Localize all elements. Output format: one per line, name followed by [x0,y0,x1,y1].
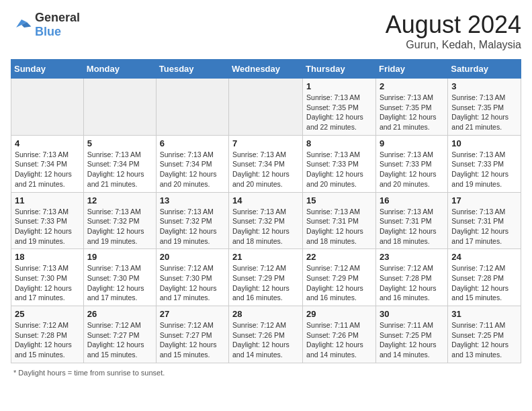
day-cell: 11Sunrise: 7:13 AMSunset: 7:33 PMDayligh… [11,192,84,249]
day-number: 24 [451,252,517,262]
day-info: Sunrise: 7:12 AMSunset: 7:28 PMDaylight:… [15,320,80,360]
day-info: Sunrise: 7:13 AMSunset: 7:35 PMDaylight:… [380,93,444,132]
day-number: 15 [306,195,372,205]
week-row-3: 11Sunrise: 7:13 AMSunset: 7:33 PMDayligh… [11,192,521,249]
day-number: 31 [451,309,517,319]
day-info: Sunrise: 7:13 AMSunset: 7:33 PMDaylight:… [306,150,372,189]
day-number: 13 [160,195,225,205]
day-number: 4 [15,138,80,148]
day-info: Sunrise: 7:12 AMSunset: 7:27 PMDaylight:… [87,320,152,360]
day-cell: 12Sunrise: 7:13 AMSunset: 7:32 PMDayligh… [83,192,156,249]
day-cell: 13Sunrise: 7:13 AMSunset: 7:32 PMDayligh… [156,192,228,249]
day-cell: 2Sunrise: 7:13 AMSunset: 7:35 PMDaylight… [375,79,447,136]
weekday-header-row: SundayMondayTuesdayWednesdayThursdayFrid… [11,60,521,79]
day-cell: 28Sunrise: 7:12 AMSunset: 7:26 PMDayligh… [229,306,303,363]
day-info: Sunrise: 7:13 AMSunset: 7:34 PMDaylight:… [160,150,225,189]
logo-text: General Blue [35,11,80,39]
day-cell: 4Sunrise: 7:13 AMSunset: 7:34 PMDaylight… [11,135,84,192]
weekday-header-saturday: Saturday [448,60,521,79]
weekday-header-friday: Friday [375,60,447,79]
day-info: Sunrise: 7:13 AMSunset: 7:33 PMDaylight:… [15,207,80,246]
day-info: Sunrise: 7:11 AMSunset: 7:25 PMDaylight:… [451,320,517,360]
day-info: Sunrise: 7:13 AMSunset: 7:33 PMDaylight:… [451,150,517,189]
day-info: Sunrise: 7:12 AMSunset: 7:29 PMDaylight:… [232,263,299,303]
day-number: 11 [15,195,80,205]
day-number: 17 [451,195,517,205]
day-cell: 1Sunrise: 7:13 AMSunset: 7:35 PMDaylight… [303,79,376,136]
logo: General Blue [11,11,80,39]
day-cell: 14Sunrise: 7:13 AMSunset: 7:32 PMDayligh… [229,192,303,249]
day-cell: 10Sunrise: 7:13 AMSunset: 7:33 PMDayligh… [448,135,521,192]
day-info: Sunrise: 7:13 AMSunset: 7:31 PMDaylight:… [380,207,444,246]
day-cell: 23Sunrise: 7:12 AMSunset: 7:28 PMDayligh… [375,249,447,306]
day-cell: 9Sunrise: 7:13 AMSunset: 7:33 PMDaylight… [375,135,447,192]
day-cell: 8Sunrise: 7:13 AMSunset: 7:33 PMDaylight… [303,135,376,192]
day-number: 27 [160,309,225,319]
day-number: 26 [87,309,152,319]
day-number: 22 [306,252,372,262]
day-number: 6 [160,138,225,148]
day-number: 25 [15,309,80,319]
weekday-header-thursday: Thursday [303,60,376,79]
weekday-header-wednesday: Wednesday [229,60,303,79]
day-info: Sunrise: 7:13 AMSunset: 7:30 PMDaylight:… [15,263,80,303]
day-cell: 24Sunrise: 7:12 AMSunset: 7:28 PMDayligh… [448,249,521,306]
day-info: Sunrise: 7:13 AMSunset: 7:31 PMDaylight:… [306,207,372,246]
day-cell: 5Sunrise: 7:13 AMSunset: 7:34 PMDaylight… [83,135,156,192]
day-number: 5 [87,138,152,148]
day-cell: 27Sunrise: 7:12 AMSunset: 7:27 PMDayligh… [156,306,228,363]
day-number: 28 [232,309,299,319]
day-info: Sunrise: 7:12 AMSunset: 7:26 PMDaylight:… [232,320,299,360]
day-info: Sunrise: 7:13 AMSunset: 7:31 PMDaylight:… [451,207,517,246]
day-info: Sunrise: 7:13 AMSunset: 7:35 PMDaylight:… [306,93,372,132]
weekday-header-monday: Monday [83,60,156,79]
day-cell: 19Sunrise: 7:13 AMSunset: 7:30 PMDayligh… [83,249,156,306]
day-cell: 16Sunrise: 7:13 AMSunset: 7:31 PMDayligh… [375,192,447,249]
calendar-table: SundayMondayTuesdayWednesdayThursdayFrid… [11,59,521,363]
day-number: 2 [380,81,444,91]
header-area: General Blue August 2024 Gurun, Kedah, M… [11,11,521,51]
day-info: Sunrise: 7:13 AMSunset: 7:34 PMDaylight:… [87,150,152,189]
day-cell: 3Sunrise: 7:13 AMSunset: 7:35 PMDaylight… [448,79,521,136]
day-cell [229,79,303,136]
week-row-4: 18Sunrise: 7:13 AMSunset: 7:30 PMDayligh… [11,249,521,306]
day-cell: 15Sunrise: 7:13 AMSunset: 7:31 PMDayligh… [303,192,376,249]
day-info: Sunrise: 7:12 AMSunset: 7:27 PMDaylight:… [160,320,225,360]
week-row-5: 25Sunrise: 7:12 AMSunset: 7:28 PMDayligh… [11,306,521,363]
day-info: Sunrise: 7:13 AMSunset: 7:34 PMDaylight:… [15,150,80,189]
day-number: 16 [380,195,444,205]
day-cell: 21Sunrise: 7:12 AMSunset: 7:29 PMDayligh… [229,249,303,306]
day-cell: 30Sunrise: 7:11 AMSunset: 7:25 PMDayligh… [375,306,447,363]
day-cell [156,79,228,136]
day-info: Sunrise: 7:13 AMSunset: 7:33 PMDaylight:… [380,150,444,189]
day-number: 7 [232,138,299,148]
day-cell: 18Sunrise: 7:13 AMSunset: 7:30 PMDayligh… [11,249,84,306]
day-number: 9 [380,138,444,148]
day-cell: 20Sunrise: 7:12 AMSunset: 7:30 PMDayligh… [156,249,228,306]
location-title: Gurun, Kedah, Malaysia [386,39,521,51]
day-number: 19 [87,252,152,262]
day-info: Sunrise: 7:13 AMSunset: 7:34 PMDaylight:… [232,150,299,189]
week-row-1: 1Sunrise: 7:13 AMSunset: 7:35 PMDaylight… [11,79,521,136]
weekday-header-sunday: Sunday [11,60,84,79]
logo-blue: Blue [35,25,61,38]
day-cell [11,79,84,136]
day-number: 1 [306,81,372,91]
day-number: 18 [15,252,80,262]
day-number: 10 [451,138,517,148]
day-number: 8 [306,138,372,148]
footer-note: * Daylight hours = time from sunrise to … [11,369,521,377]
day-number: 12 [87,195,152,205]
day-number: 14 [232,195,299,205]
day-info: Sunrise: 7:13 AMSunset: 7:35 PMDaylight:… [451,93,517,132]
day-info: Sunrise: 7:12 AMSunset: 7:28 PMDaylight:… [380,263,444,303]
week-row-2: 4Sunrise: 7:13 AMSunset: 7:34 PMDaylight… [11,135,521,192]
day-cell [83,79,156,136]
day-cell: 29Sunrise: 7:11 AMSunset: 7:26 PMDayligh… [303,306,376,363]
day-info: Sunrise: 7:12 AMSunset: 7:28 PMDaylight:… [451,263,517,303]
logo-bird-icon [11,17,32,33]
day-cell: 31Sunrise: 7:11 AMSunset: 7:25 PMDayligh… [448,306,521,363]
day-number: 20 [160,252,225,262]
day-cell: 17Sunrise: 7:13 AMSunset: 7:31 PMDayligh… [448,192,521,249]
day-number: 30 [380,309,444,319]
